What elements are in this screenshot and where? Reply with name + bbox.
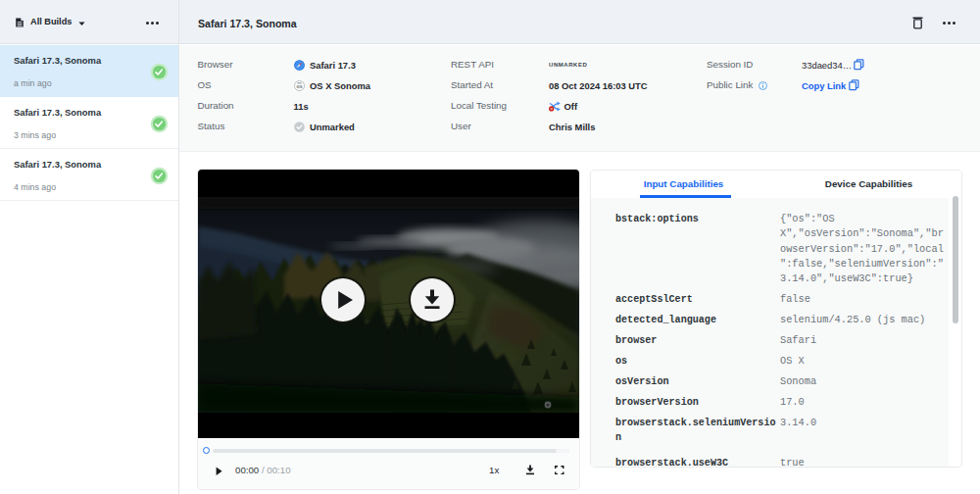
svg-text:os: os <box>296 83 302 89</box>
